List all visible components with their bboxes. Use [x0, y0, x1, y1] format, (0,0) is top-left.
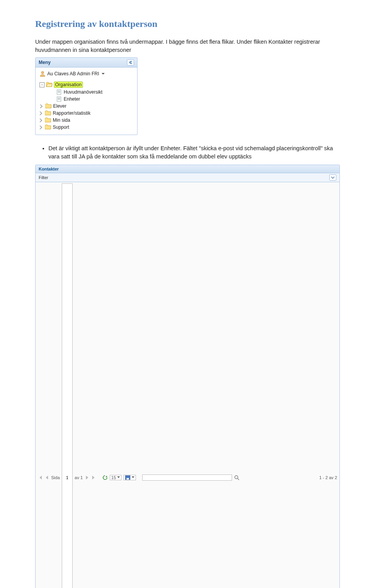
page-icon: [57, 89, 62, 95]
folder-icon: [45, 117, 51, 123]
menu-minsida-label: Min sida: [53, 117, 70, 123]
chevron-down-icon: [117, 476, 120, 478]
page-icon: [57, 96, 62, 102]
svg-point-5: [235, 476, 238, 479]
filter-label[interactable]: Filter: [39, 175, 48, 180]
chevron-right-icon: [39, 118, 43, 123]
menu-item-enheter[interactable]: Enheter: [38, 96, 136, 103]
menu-elever-label: Elever: [53, 103, 66, 109]
prev-page-icon[interactable]: [45, 475, 49, 480]
dropdown-icon: [102, 72, 105, 75]
menu-item-support[interactable]: Support: [38, 124, 136, 131]
chevron-right-icon: [40, 104, 43, 108]
refresh-icon[interactable]: [102, 475, 108, 480]
folder-icon: [45, 103, 52, 109]
save-icon: [125, 475, 130, 480]
menu-rapp-label: Rapporter/statistik: [53, 110, 91, 116]
menu-user-label: Au Claves AB Admin FRI: [47, 71, 99, 76]
chevron-down-icon: [331, 176, 335, 179]
menu-item-rapporter[interactable]: Rapporter/statistik: [38, 110, 136, 117]
export-select[interactable]: [123, 475, 136, 480]
pager-top: Sida av 1 15: [36, 182, 339, 588]
menu-title: Meny: [39, 60, 51, 65]
menu-item-elever[interactable]: + Elever: [38, 103, 136, 110]
page-title: Registrering av kontaktperson: [35, 19, 340, 29]
svg-point-0: [41, 71, 44, 74]
menu-hov-label: Huvudmanöversikt: [64, 89, 102, 95]
folder-icon: [45, 110, 51, 116]
sida-label: Sida: [51, 475, 60, 480]
next-page-icon[interactable]: [85, 475, 89, 480]
chevron-down-icon: [132, 476, 134, 478]
menu-item-organisation[interactable]: − Organisation: [38, 81, 136, 89]
svg-rect-2: [57, 97, 61, 101]
folder-open-icon: [46, 82, 52, 87]
page-size-select[interactable]: 15: [110, 475, 121, 480]
collapse-minus-icon[interactable]: −: [39, 82, 45, 87]
folder-icon: [45, 124, 51, 130]
filter-expand-button[interactable]: [329, 174, 336, 181]
menu-item-minsida[interactable]: Min sida: [38, 117, 136, 124]
collapse-button[interactable]: [127, 59, 134, 66]
menu-org-label: Organisation: [54, 82, 83, 88]
intro-paragraph: Under mappen organisation finns två unde…: [35, 38, 340, 54]
first-page-icon[interactable]: [38, 475, 43, 480]
av-label: av 1: [75, 475, 83, 480]
search-input[interactable]: [142, 474, 232, 481]
chevron-right-icon: [39, 111, 43, 115]
kontakter-title: Kontakter: [36, 165, 339, 173]
menu-support-label: Support: [53, 124, 69, 130]
chevron-left-icon: [129, 61, 132, 64]
kontakter-panel: Kontakter Filter Sida av 1 15: [35, 165, 340, 588]
bullet-kontakt: Det är viktigt att kontaktperson är ifyl…: [48, 144, 340, 161]
menu-screenshot: Meny Au Claves AB Admin FRI: [35, 57, 340, 135]
menu-item-huvudmanoversikt[interactable]: Huvudmanöversikt: [38, 89, 136, 96]
svg-rect-4: [127, 478, 129, 480]
svg-rect-1: [57, 90, 61, 94]
last-page-icon[interactable]: [91, 475, 96, 480]
search-icon[interactable]: [234, 475, 239, 480]
menu-user-row[interactable]: Au Claves AB Admin FRI: [38, 70, 136, 78]
person-icon: [39, 71, 46, 77]
count-label-top: 1 - 2 av 2: [319, 475, 337, 480]
chevron-right-icon: [39, 125, 43, 130]
menu-enh-label: Enheter: [64, 96, 80, 102]
page-input[interactable]: [62, 183, 73, 588]
